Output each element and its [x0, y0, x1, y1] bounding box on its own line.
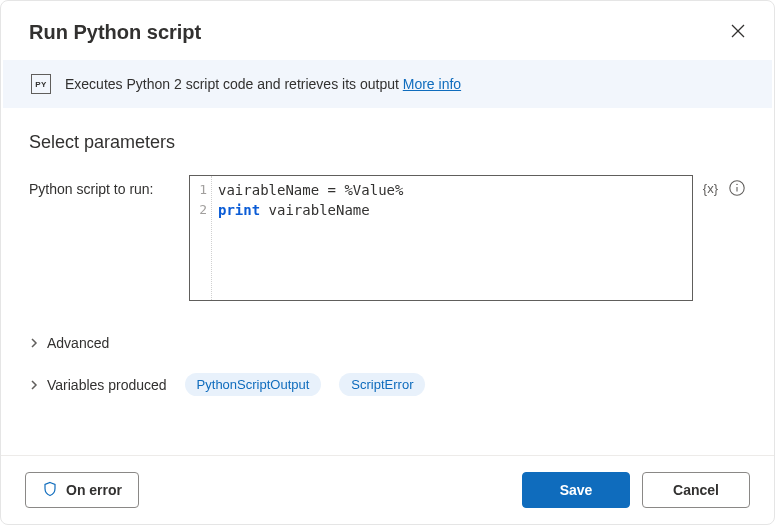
python-badge-icon: PY	[31, 74, 51, 94]
code-editor-wrap: 1 2 vairableName = %Value% print vairabl…	[189, 175, 746, 301]
variable-pill-scripterror[interactable]: ScriptError	[339, 373, 425, 396]
save-button[interactable]: Save	[522, 472, 630, 508]
code-line-1: vairableName = %Value%	[218, 182, 403, 198]
chevron-right-icon	[29, 380, 39, 390]
banner-description: Executes Python 2 script code and retrie…	[65, 76, 403, 92]
python-script-input[interactable]: 1 2 vairableName = %Value% print vairabl…	[189, 175, 693, 301]
variable-pill-pythonscriptoutput[interactable]: PythonScriptOutput	[185, 373, 322, 396]
code-line-2-rest: vairableName	[260, 202, 370, 218]
section-title: Select parameters	[29, 132, 746, 153]
more-info-link[interactable]: More info	[403, 76, 461, 92]
dialog-footer: On error Save Cancel	[1, 455, 774, 524]
on-error-label: On error	[66, 482, 122, 498]
info-banner: PY Executes Python 2 script code and ret…	[3, 60, 772, 108]
script-field-row: Python script to run: 1 2 vairableName =…	[29, 175, 746, 301]
on-error-button[interactable]: On error	[25, 472, 139, 508]
chevron-right-icon	[29, 338, 39, 348]
code-gutter: 1 2	[190, 176, 212, 300]
variables-produced-label: Variables produced	[47, 377, 167, 393]
run-python-script-dialog: Run Python script PY Executes Python 2 s…	[0, 0, 775, 525]
banner-text: Executes Python 2 script code and retrie…	[65, 76, 461, 92]
dialog-header: Run Python script	[1, 1, 774, 60]
dialog-body: Select parameters Python script to run: …	[1, 108, 774, 455]
close-button[interactable]	[726, 19, 750, 46]
shield-icon	[42, 481, 58, 500]
advanced-label: Advanced	[47, 335, 109, 351]
close-icon	[730, 23, 746, 42]
script-label: Python script to run:	[29, 175, 179, 197]
gutter-line-1: 1	[190, 180, 207, 200]
field-info-button[interactable]	[728, 175, 746, 200]
code-keyword: print	[218, 202, 260, 218]
svg-point-4	[736, 184, 737, 185]
cancel-button[interactable]: Cancel	[642, 472, 750, 508]
info-icon	[728, 179, 746, 200]
insert-variable-button[interactable]: {x}	[703, 175, 718, 196]
gutter-line-2: 2	[190, 200, 207, 220]
dialog-title: Run Python script	[29, 21, 201, 44]
code-content[interactable]: vairableName = %Value% print vairableNam…	[212, 176, 692, 300]
advanced-expander[interactable]: Advanced	[29, 329, 746, 357]
variables-produced-expander[interactable]: Variables produced PythonScriptOutput Sc…	[29, 367, 746, 402]
